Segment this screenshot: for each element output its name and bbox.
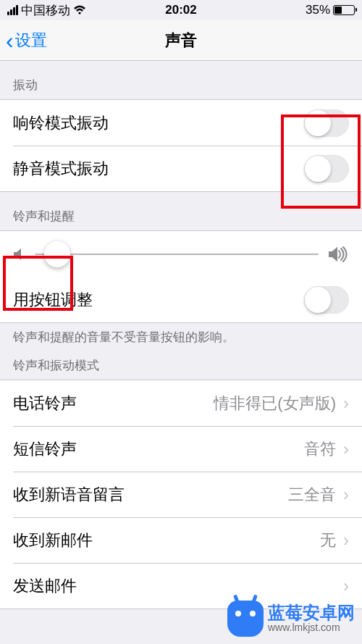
- list-patterns: 电话铃声 情非得已(女声版) › 短信铃声 音符 › 收到新语音留言 三全音 ›…: [0, 380, 362, 609]
- row-change-buttons: 用按钮调整: [0, 277, 362, 322]
- row-ringtone[interactable]: 电话铃声 情非得已(女声版) ›: [0, 380, 362, 426]
- back-label: 设置: [15, 30, 47, 51]
- row-volume-slider: [0, 231, 362, 277]
- row-label: 发送邮件: [13, 575, 336, 597]
- section-header-ringer: 铃声和提醒: [0, 192, 362, 230]
- row-value: 情非得已(女声版): [214, 393, 336, 414]
- row-new-mail[interactable]: 收到新邮件 无 ›: [0, 517, 362, 563]
- chevron-right-icon: ›: [343, 393, 349, 414]
- slider-thumb[interactable]: [44, 241, 70, 267]
- chevron-right-icon: ›: [343, 485, 349, 505]
- volume-low-icon: [13, 247, 25, 262]
- switch-change-buttons[interactable]: [304, 286, 349, 314]
- section-header-patterns: 铃声和振动模式: [0, 350, 362, 380]
- back-button[interactable]: ‹ 设置: [0, 29, 47, 52]
- chevron-right-icon: ›: [343, 439, 349, 459]
- row-voicemail[interactable]: 收到新语音留言 三全音 ›: [0, 472, 362, 517]
- battery-icon: [333, 5, 355, 15]
- row-text-tone[interactable]: 短信铃声 音符 ›: [0, 426, 362, 472]
- page-title: 声音: [165, 30, 197, 51]
- row-value: 三全音: [288, 484, 336, 506]
- row-label: 收到新邮件: [13, 530, 320, 551]
- row-ring-vibrate: 响铃模式振动: [0, 100, 362, 146]
- chevron-right-icon: ›: [343, 530, 349, 551]
- wifi-icon: [73, 5, 86, 15]
- switch-silent-vibrate[interactable]: [304, 155, 349, 183]
- row-label: 电话铃声: [13, 393, 214, 414]
- status-right: 35%: [306, 3, 355, 17]
- row-label: 用按钮调整: [13, 289, 304, 311]
- nav-bar: ‹ 设置 声音: [0, 20, 362, 61]
- chevron-right-icon: ›: [343, 576, 349, 596]
- watermark-url: www.lmkjst.com: [268, 622, 355, 634]
- row-label: 响铃模式振动: [13, 112, 304, 134]
- row-sent-mail[interactable]: 发送邮件 ›: [0, 563, 362, 609]
- volume-high-icon: [329, 246, 349, 262]
- row-label: 收到新语音留言: [13, 484, 288, 506]
- row-label: 短信铃声: [13, 438, 304, 460]
- row-value: 无: [320, 530, 336, 551]
- section-footer-ringer: 铃声和提醒的音量不受音量按钮的影响。: [0, 323, 362, 350]
- list-vibrate: 响铃模式振动 静音模式振动: [0, 99, 362, 192]
- row-value: 音符: [304, 438, 336, 460]
- status-time: 20:02: [165, 3, 196, 17]
- switch-ring-vibrate[interactable]: [304, 109, 349, 137]
- list-ringer: 用按钮调整: [0, 230, 362, 323]
- chevron-left-icon: ‹: [6, 29, 14, 52]
- volume-slider[interactable]: [35, 254, 319, 255]
- row-label: 静音模式振动: [13, 158, 304, 180]
- battery-percent: 35%: [306, 3, 330, 17]
- carrier-label: 中国移动: [21, 2, 70, 19]
- row-silent-vibrate: 静音模式振动: [0, 146, 362, 191]
- status-left: 中国移动: [7, 2, 86, 19]
- status-bar: 中国移动 20:02 35%: [0, 0, 362, 20]
- section-header-vibrate: 振动: [0, 61, 362, 99]
- signal-icon: [7, 5, 18, 15]
